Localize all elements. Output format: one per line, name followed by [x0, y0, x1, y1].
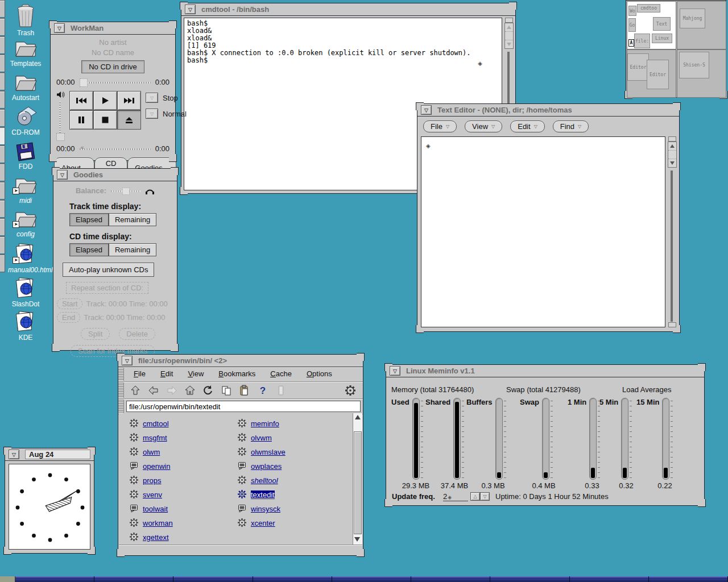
pager-mini-window[interactable]: Editor — [647, 60, 669, 89]
pager-mini-window[interactable]: A — [628, 39, 634, 47]
scroll-down-icon[interactable] — [354, 537, 360, 542]
file-item-shelltool[interactable]: shelltool — [237, 473, 353, 488]
file-link[interactable]: textedit — [251, 490, 275, 499]
file-item-msgfmt[interactable]: msgfmt — [129, 431, 237, 445]
cd-position-slider[interactable]: « — [80, 145, 151, 153]
taskbar-window-button[interactable] — [173, 576, 253, 582]
menu-button-edit[interactable]: Edit▽ — [510, 120, 545, 132]
window-menu-button[interactable]: ▽ — [57, 170, 68, 180]
repeat-mode-menu-button[interactable]: ▽ — [146, 109, 158, 119]
pager-desktop-3[interactable]: EditorEditor — [627, 49, 676, 98]
menu-item-cache[interactable]: Cache — [263, 367, 299, 380]
left-panel-segment[interactable] — [0, 164, 5, 181]
play-mode-menu-button[interactable]: ▽ — [146, 93, 158, 103]
left-panel-segment[interactable] — [0, 0, 5, 18]
left-panel-segment[interactable] — [0, 218, 5, 236]
file-link[interactable]: xgettext — [143, 533, 169, 542]
cd-remaining-toggle[interactable]: Remaining — [109, 243, 156, 256]
pager-mini-window[interactable]: Linux — [652, 34, 672, 43]
file-link[interactable]: props — [143, 476, 162, 485]
stop-button[interactable] — [93, 110, 117, 130]
taskbar-window-button[interactable] — [570, 576, 649, 582]
prev-track-button[interactable] — [69, 91, 93, 110]
texteditor-window[interactable]: ▽ Text Editor - (NONE), dir; /home/tomas… — [417, 103, 680, 332]
file-item-olwm[interactable]: olwm — [129, 445, 237, 459]
taskbar-window-button[interactable] — [411, 576, 490, 582]
desktop-icon-kde[interactable]: KDE — [8, 311, 43, 342]
file-item-textedit[interactable]: textedit — [237, 488, 353, 502]
file-link[interactable]: msgfmt — [143, 434, 167, 442]
file-link[interactable]: olwm — [143, 448, 160, 456]
help-icon[interactable]: ? — [255, 384, 271, 397]
play-button[interactable] — [93, 91, 117, 110]
scroll-up-icon[interactable] — [355, 415, 361, 419]
meminfo-titlebar[interactable]: ▽ Linux Meminfo v1.1 — [386, 365, 704, 377]
taskbar[interactable] — [0, 576, 728, 582]
cd-elapsed-toggle[interactable]: Elapsed — [69, 243, 109, 256]
file-item-cmdtool[interactable]: cmdtool — [129, 417, 237, 431]
locationbar-grip[interactable] — [118, 400, 124, 413]
file-item-toolwait[interactable]: toolwait — [129, 502, 237, 516]
file-list-area[interactable]: cmdtoolmsgfmtolwmopenwinpropssvenvtoolwa… — [119, 413, 362, 544]
file-link[interactable]: cmdtool — [143, 419, 169, 428]
taskbar-window-button[interactable] — [332, 576, 411, 582]
kde-gear-icon[interactable] — [342, 384, 358, 397]
window-menu-button[interactable]: ▽ — [9, 450, 19, 459]
freq-decrease-button[interactable]: ▽ — [480, 492, 490, 501]
file-link[interactable]: toolwait — [143, 505, 168, 513]
pager-desktop-4[interactable]: Shisen-S — [677, 49, 726, 98]
file-link[interactable]: xcenter — [251, 519, 275, 527]
taskbar-stub[interactable] — [0, 576, 15, 582]
workman-window[interactable]: ▽ WorkMan No artist No CD name No CD in … — [50, 22, 176, 161]
left-panel-segment[interactable] — [0, 200, 5, 218]
desktop-icon-fdd[interactable]: FDD — [8, 142, 43, 171]
window-menu-button[interactable]: ▽ — [421, 105, 432, 115]
volume-thumb[interactable] — [56, 133, 65, 141]
window-menu-button[interactable]: ▽ — [122, 356, 133, 365]
desktop-icon-trash[interactable]: Trash — [8, 4, 43, 37]
pager-mini-window[interactable]: Mahjong — [680, 9, 705, 28]
pager-mini-window[interactable]: Go — [628, 18, 636, 32]
virtual-desktop-pager[interactable]: WocmdtooTextGofile:LinuxAMahjongEditorEd… — [626, 0, 726, 98]
texteditor-titlebar[interactable]: ▽ Text Editor - (NONE), dir; /home/tomas — [417, 104, 679, 117]
file-item-xcenter[interactable]: xcenter — [237, 516, 353, 530]
pager-desktop-1[interactable]: WocmdtooTextGofile:LinuxA — [627, 1, 676, 49]
reload-icon[interactable] — [200, 384, 216, 397]
menu-item-bookmarks[interactable]: Bookmarks — [212, 367, 262, 380]
pager-mini-window[interactable]: Shisen-S — [679, 52, 709, 78]
pause-button[interactable] — [69, 110, 93, 130]
menu-item-edit[interactable]: Edit — [154, 367, 180, 380]
repeat-end-button[interactable]: End — [57, 312, 80, 323]
left-panel-segment[interactable] — [0, 55, 5, 72]
goodies-window[interactable]: ▽ Goodies Balance: Track time display: E… — [53, 168, 177, 351]
left-panel-segment[interactable] — [0, 91, 5, 109]
file-item-olvwm[interactable]: olvwm — [237, 431, 353, 445]
repeat-start-button[interactable]: Start — [57, 298, 82, 309]
texteditor-scrollbar[interactable] — [667, 136, 677, 327]
pager-mini-window[interactable]: Wo — [628, 6, 636, 16]
workman-titlebar[interactable]: ▽ WorkMan — [51, 22, 175, 35]
toolbar-grip[interactable] — [118, 383, 124, 398]
file-item-workman[interactable]: workman — [129, 516, 237, 530]
file-link[interactable]: openwin — [143, 462, 170, 471]
desktop-icon-manual00-html[interactable]: ➤manual00.html — [8, 243, 43, 274]
left-panel-segment[interactable] — [0, 18, 5, 36]
desktop-icon-templates[interactable]: Templates — [8, 38, 43, 68]
desktop-icon-config[interactable]: ➤config — [8, 209, 43, 238]
taskbar-window-button[interactable] — [649, 576, 728, 582]
window-menu-button[interactable]: ▽ — [390, 366, 400, 376]
left-panel[interactable] — [0, 0, 5, 273]
window-menu-button[interactable]: ▽ — [54, 23, 65, 33]
copy-icon[interactable] — [218, 384, 234, 397]
pager-mini-window[interactable]: Editor — [627, 53, 649, 81]
paste-icon[interactable] — [237, 384, 253, 397]
track-remaining-toggle[interactable]: Remaining — [109, 213, 156, 226]
home-icon[interactable] — [182, 384, 198, 397]
update-freq-input[interactable]: 2◈ — [443, 492, 468, 501]
left-panel-segment[interactable] — [0, 36, 5, 54]
taskbar-window-button[interactable] — [490, 576, 569, 582]
balance-slider[interactable] — [111, 188, 140, 194]
window-menu-button[interactable]: ▽ — [185, 5, 196, 14]
file-link[interactable]: winsysck — [251, 505, 280, 513]
left-panel-segment[interactable] — [0, 73, 5, 90]
